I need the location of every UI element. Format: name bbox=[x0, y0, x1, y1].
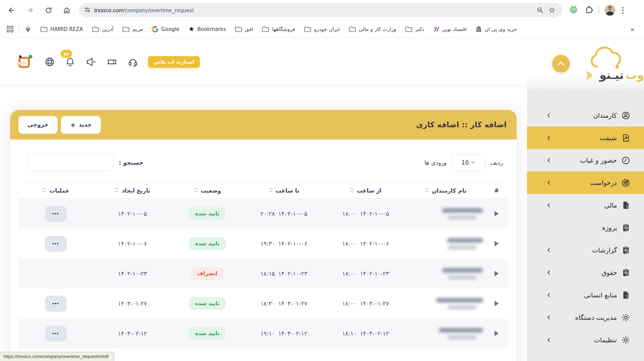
table-header-3[interactable]: تا ساعت bbox=[243, 187, 325, 194]
row-actions-button[interactable]: ••• bbox=[45, 326, 67, 342]
bookmark-item-10[interactable]: دکتر bbox=[405, 26, 424, 32]
expand-row-icon[interactable] bbox=[495, 271, 499, 276]
sort-icon[interactable] bbox=[425, 187, 429, 194]
profile-avatar[interactable] bbox=[605, 5, 615, 16]
site-info-icon[interactable] bbox=[84, 6, 91, 15]
sidebar-item-7[interactable]: حقوق bbox=[527, 261, 644, 284]
export-button[interactable]: خروجی bbox=[18, 116, 58, 134]
bookmark-item-9[interactable]: وزارت کار و مالی bbox=[349, 26, 396, 32]
bookmark-item-0[interactable] bbox=[25, 26, 31, 33]
table-body: ۱۴۰۲-۱۰-۰۵۱۸:۰۰ ۱۴۰۲-۱۰-۰۵۲۰:۲۸ تایید شد… bbox=[18, 199, 509, 348]
notifications-bell-icon[interactable]: ۸۶ bbox=[65, 56, 76, 67]
to-hour-cell: ۱۴۰۲-۱۰-۰۶۱۹:۳۰ bbox=[243, 240, 325, 247]
bookmarks-overflow-icon[interactable]: » bbox=[628, 25, 637, 33]
sidebar-item-5[interactable]: پروژه bbox=[527, 216, 644, 239]
clipboard-clock-icon bbox=[622, 246, 630, 255]
chevron-left-icon bbox=[546, 247, 551, 253]
bookmark-item-8[interactable]: ایران خودرو bbox=[304, 26, 340, 32]
ticket-icon[interactable] bbox=[106, 56, 118, 68]
gear-icon bbox=[621, 313, 630, 322]
sidebar-item-8[interactable]: منابع انسانی bbox=[527, 284, 644, 306]
plus-icon: + bbox=[70, 121, 76, 129]
clipboard-clock-icon bbox=[622, 223, 630, 232]
sort-icon[interactable] bbox=[42, 187, 46, 194]
sort-icon[interactable] bbox=[114, 187, 118, 194]
row-actions-button[interactable]: ••• bbox=[45, 296, 67, 312]
sidebar-item-0[interactable]: کارمندان bbox=[527, 104, 644, 127]
support-headset-icon[interactable] bbox=[127, 56, 139, 68]
sort-icon[interactable] bbox=[269, 187, 273, 194]
per-page-select[interactable]: 10 bbox=[451, 154, 485, 171]
bookmark-item-5[interactable]: Bookmarks bbox=[188, 26, 226, 32]
sidebar-item-6[interactable]: گزارشات bbox=[527, 239, 644, 261]
bookmark-item-2[interactable]: آدرین bbox=[92, 26, 114, 32]
new-button[interactable]: + جدید bbox=[61, 116, 101, 134]
home-icon[interactable] bbox=[60, 3, 74, 17]
browser-menu-icon[interactable] bbox=[621, 6, 625, 15]
created-date-cell: ۱۴۰۲-۱۰-۲۳ bbox=[93, 270, 172, 277]
sidebar-item-9[interactable]: مدیریت دستگاه bbox=[527, 306, 644, 329]
bookmark-item-1[interactable]: HAMID REZA bbox=[40, 26, 83, 32]
bookmark-item-6[interactable]: افق bbox=[235, 26, 253, 32]
chevron-left-icon bbox=[546, 270, 551, 275]
url-text[interactable]: tnooco.com/company/overtime_request bbox=[94, 7, 194, 14]
sidebar-item-4[interactable]: مالی bbox=[527, 194, 644, 216]
table-header-2[interactable]: از ساعت bbox=[325, 187, 406, 194]
operations-cell: ••• bbox=[18, 206, 93, 222]
tinoo-mini-logo-icon[interactable]: تینو bbox=[18, 55, 33, 69]
table-header-5[interactable]: تاریخ ایجاد bbox=[93, 187, 172, 194]
sidebar-item-10[interactable]: تنظیمات bbox=[527, 329, 644, 351]
table-header-1[interactable]: نام کارمندان bbox=[406, 187, 485, 194]
search-input[interactable] bbox=[27, 154, 113, 171]
employee-name-blurred bbox=[406, 268, 485, 279]
sort-icon[interactable] bbox=[350, 187, 354, 194]
startup-plus-button[interactable]: استارت اپ پلاس bbox=[148, 56, 200, 68]
bookmark-item-4[interactable]: Google bbox=[152, 26, 179, 33]
created-date-cell: ۱۴۰۳-۰۱-۲۷ bbox=[93, 300, 172, 307]
row-actions-button[interactable]: ••• bbox=[45, 206, 67, 222]
bookmark-item-11[interactable]: اقتصاد نوین bbox=[433, 26, 467, 32]
expand-row-icon[interactable] bbox=[495, 331, 499, 336]
status-badge: تایید شده bbox=[189, 207, 225, 220]
zoom-out-icon[interactable] bbox=[534, 4, 546, 16]
overtime-table: # نام کارمندان از ساعت تا ساعت وضعیت تار… bbox=[18, 183, 509, 348]
cloud-logo-icon bbox=[584, 44, 643, 71]
bookmarks-list: HAMID REZA آدرین مریم Google Bookmarks ا… bbox=[25, 26, 517, 33]
table-header-6[interactable]: عملیات bbox=[18, 187, 93, 194]
bookmark-item-7[interactable]: فروشگاهها bbox=[262, 26, 295, 32]
table-header-4[interactable]: وضعیت bbox=[172, 187, 243, 194]
sidebar: وب تیـنو کارمندان شیفت حضور و غیاب bbox=[527, 38, 644, 361]
table-row-2: ۱۴۰۲-۱۰-۲۳۱۸:۰۰ ۱۴۰۲-۱۰-۲۳۱۸:۱۵ انصراف ۱… bbox=[18, 259, 509, 289]
extensions-puzzle-icon[interactable] bbox=[584, 5, 593, 15]
sidebar-item-2[interactable]: حضور و غیاب bbox=[527, 149, 644, 171]
bookmark-item-12[interactable]: خرید وی پی ان bbox=[476, 26, 517, 32]
row-actions-button[interactable]: ••• bbox=[45, 236, 67, 252]
expand-row-icon[interactable] bbox=[495, 241, 499, 246]
announcements-megaphone-icon[interactable] bbox=[85, 56, 97, 68]
expand-row-icon[interactable] bbox=[495, 301, 499, 306]
forward-icon[interactable] bbox=[23, 3, 37, 17]
back-icon[interactable] bbox=[5, 3, 18, 17]
webtinoo-logo[interactable]: وب تیـنو bbox=[576, 44, 644, 84]
bookmark-item-3[interactable]: مریم bbox=[122, 26, 143, 32]
reload-icon[interactable] bbox=[42, 3, 55, 17]
sidebar-item-3[interactable]: درخواست bbox=[527, 171, 644, 194]
employee-name-blurred bbox=[406, 238, 485, 249]
url-bar[interactable]: tnooco.com/company/overtime_request bbox=[79, 3, 562, 17]
bookmark-star-icon[interactable] bbox=[546, 4, 558, 16]
shift-doc-icon bbox=[621, 133, 630, 143]
language-globe-icon[interactable] bbox=[44, 56, 55, 67]
chevron-left-icon bbox=[546, 337, 551, 343]
extension-pin-divider bbox=[598, 6, 599, 14]
expand-row-icon[interactable] bbox=[495, 211, 499, 216]
user-circle-icon bbox=[621, 111, 630, 120]
table-header-0[interactable]: # bbox=[485, 187, 509, 194]
sidebar-item-1[interactable]: شیفت bbox=[527, 127, 644, 149]
gear-icon bbox=[621, 335, 630, 345]
sort-icon[interactable] bbox=[194, 187, 198, 194]
table-row-3: ۱۴۰۳-۰۱-۲۷۱۸:۰۰ ۱۴۰۳-۰۱-۲۷۱۸:۳۰ تایید شد… bbox=[18, 289, 509, 318]
extension-bug-icon[interactable] bbox=[568, 4, 579, 16]
chevron-left-icon bbox=[546, 180, 551, 185]
apps-grid-icon[interactable] bbox=[7, 26, 13, 32]
collapse-sidebar-button[interactable] bbox=[552, 55, 570, 72]
